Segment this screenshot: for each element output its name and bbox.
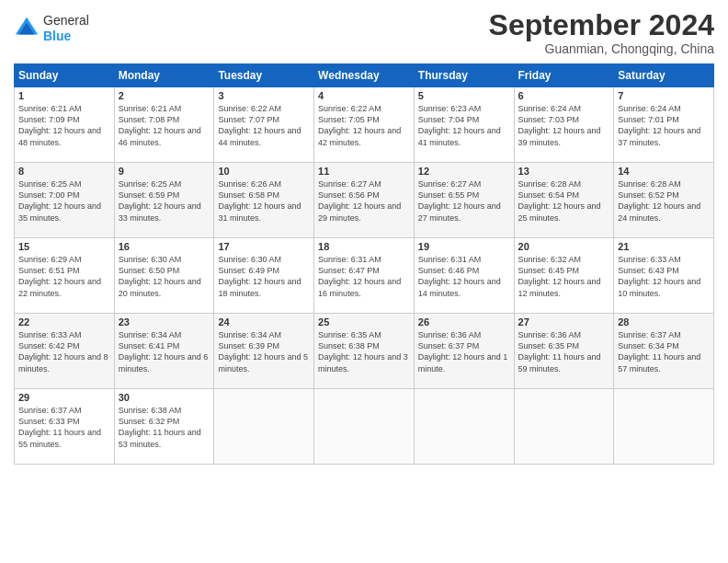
col-thursday: Thursday: [414, 64, 514, 87]
table-cell: 23Sunrise: 6:34 AMSunset: 6:41 PMDayligh…: [114, 314, 214, 389]
logo-general: General: [43, 13, 89, 29]
table-cell: 17Sunrise: 6:30 AMSunset: 6:49 PMDayligh…: [214, 238, 314, 314]
day-detail: Sunrise: 6:30 AMSunset: 6:49 PMDaylight:…: [218, 254, 310, 299]
day-number: 10: [218, 166, 310, 177]
table-cell: 6Sunrise: 6:24 AMSunset: 7:03 PMDaylight…: [514, 87, 614, 163]
day-number: 30: [119, 392, 210, 403]
day-number: 9: [119, 166, 210, 177]
table-cell: 19Sunrise: 6:31 AMSunset: 6:46 PMDayligh…: [414, 238, 514, 314]
day-detail: Sunrise: 6:21 AMSunset: 7:09 PMDaylight:…: [18, 103, 110, 148]
table-cell: 3Sunrise: 6:22 AMSunset: 7:07 PMDaylight…: [214, 87, 314, 163]
day-number: 8: [18, 166, 110, 177]
col-monday: Monday: [114, 64, 214, 87]
day-number: 5: [418, 90, 510, 101]
col-saturday: Saturday: [614, 64, 714, 87]
table-cell: [414, 389, 514, 465]
table-cell: 16Sunrise: 6:30 AMSunset: 6:50 PMDayligh…: [114, 238, 214, 314]
day-detail: Sunrise: 6:24 AMSunset: 7:03 PMDaylight:…: [518, 103, 610, 148]
day-number: 1: [18, 90, 110, 101]
day-detail: Sunrise: 6:25 AMSunset: 7:00 PMDaylight:…: [18, 178, 110, 224]
day-detail: Sunrise: 6:36 AMSunset: 6:37 PMDaylight:…: [418, 329, 510, 374]
day-number: 25: [318, 316, 410, 327]
table-cell: 7Sunrise: 6:24 AMSunset: 7:01 PMDaylight…: [614, 87, 714, 163]
day-number: 23: [119, 316, 210, 327]
calendar-week-5: 29Sunrise: 6:37 AMSunset: 6:33 PMDayligh…: [15, 389, 714, 465]
table-cell: 9Sunrise: 6:25 AMSunset: 6:59 PMDaylight…: [114, 163, 214, 238]
day-detail: Sunrise: 6:34 AMSunset: 6:39 PMDaylight:…: [218, 329, 310, 374]
month-title: September 2024: [489, 9, 714, 41]
day-number: 18: [318, 241, 410, 252]
logo: General Blue: [14, 9, 89, 44]
logo-text: General Blue: [43, 13, 89, 44]
table-cell: 27Sunrise: 6:36 AMSunset: 6:35 PMDayligh…: [514, 314, 614, 389]
day-detail: Sunrise: 6:29 AMSunset: 6:51 PMDaylight:…: [18, 254, 110, 299]
logo-icon: [14, 16, 40, 41]
table-cell: 13Sunrise: 6:28 AMSunset: 6:54 PMDayligh…: [514, 163, 614, 238]
day-number: 6: [518, 90, 610, 101]
col-sunday: Sunday: [15, 64, 115, 87]
day-number: 28: [618, 316, 710, 327]
day-number: 3: [218, 90, 310, 101]
day-number: 17: [218, 241, 310, 252]
table-cell: 28Sunrise: 6:37 AMSunset: 6:34 PMDayligh…: [614, 314, 714, 389]
table-cell: 21Sunrise: 6:33 AMSunset: 6:43 PMDayligh…: [614, 238, 714, 314]
day-detail: Sunrise: 6:33 AMSunset: 6:43 PMDaylight:…: [618, 254, 710, 299]
calendar-week-2: 8Sunrise: 6:25 AMSunset: 7:00 PMDaylight…: [15, 163, 714, 238]
day-number: 22: [18, 316, 110, 327]
day-number: 15: [18, 241, 110, 252]
calendar-week-3: 15Sunrise: 6:29 AMSunset: 6:51 PMDayligh…: [15, 238, 714, 314]
table-cell: 18Sunrise: 6:31 AMSunset: 6:47 PMDayligh…: [314, 238, 415, 314]
day-number: 24: [218, 316, 310, 327]
day-number: 16: [119, 241, 210, 252]
table-cell: 24Sunrise: 6:34 AMSunset: 6:39 PMDayligh…: [214, 314, 314, 389]
day-detail: Sunrise: 6:37 AMSunset: 6:33 PMDaylight:…: [18, 405, 110, 450]
table-cell: 26Sunrise: 6:36 AMSunset: 6:37 PMDayligh…: [414, 314, 514, 389]
day-number: 13: [518, 166, 610, 177]
day-number: 4: [318, 90, 410, 101]
day-detail: Sunrise: 6:32 AMSunset: 6:45 PMDaylight:…: [518, 254, 610, 299]
table-cell: 29Sunrise: 6:37 AMSunset: 6:33 PMDayligh…: [15, 389, 115, 465]
day-number: 27: [518, 316, 610, 327]
table-cell: 20Sunrise: 6:32 AMSunset: 6:45 PMDayligh…: [514, 238, 614, 314]
day-number: 2: [119, 90, 210, 101]
table-cell: 8Sunrise: 6:25 AMSunset: 7:00 PMDaylight…: [15, 163, 115, 238]
day-number: 7: [618, 90, 710, 101]
location: Guanmian, Chongqing, China: [489, 41, 714, 56]
col-tuesday: Tuesday: [214, 64, 314, 87]
day-number: 19: [418, 241, 510, 252]
table-cell: 1Sunrise: 6:21 AMSunset: 7:09 PMDaylight…: [15, 87, 115, 163]
day-detail: Sunrise: 6:36 AMSunset: 6:35 PMDaylight:…: [518, 329, 610, 374]
day-detail: Sunrise: 6:30 AMSunset: 6:50 PMDaylight:…: [119, 254, 210, 299]
day-detail: Sunrise: 6:27 AMSunset: 6:56 PMDaylight:…: [318, 178, 410, 224]
table-cell: 4Sunrise: 6:22 AMSunset: 7:05 PMDaylight…: [314, 87, 415, 163]
day-number: 26: [418, 316, 510, 327]
day-number: 21: [618, 241, 710, 252]
table-cell: [514, 389, 614, 465]
day-detail: Sunrise: 6:25 AMSunset: 6:59 PMDaylight:…: [119, 178, 210, 224]
table-cell: 15Sunrise: 6:29 AMSunset: 6:51 PMDayligh…: [15, 238, 115, 314]
calendar-week-4: 22Sunrise: 6:33 AMSunset: 6:42 PMDayligh…: [15, 314, 714, 389]
day-number: 20: [518, 241, 610, 252]
day-detail: Sunrise: 6:35 AMSunset: 6:38 PMDaylight:…: [318, 329, 410, 374]
day-detail: Sunrise: 6:21 AMSunset: 7:08 PMDaylight:…: [119, 103, 210, 148]
table-cell: 30Sunrise: 6:38 AMSunset: 6:32 PMDayligh…: [114, 389, 214, 465]
day-detail: Sunrise: 6:23 AMSunset: 7:04 PMDaylight:…: [418, 103, 510, 148]
page: General Blue September 2024 Guanmian, Ch…: [0, 0, 728, 563]
header: General Blue September 2024 Guanmian, Ch…: [14, 9, 714, 56]
day-detail: Sunrise: 6:27 AMSunset: 6:55 PMDaylight:…: [418, 178, 510, 224]
day-detail: Sunrise: 6:28 AMSunset: 6:54 PMDaylight:…: [518, 178, 610, 224]
day-number: 12: [418, 166, 510, 177]
table-cell: 22Sunrise: 6:33 AMSunset: 6:42 PMDayligh…: [15, 314, 115, 389]
table-cell: 11Sunrise: 6:27 AMSunset: 6:56 PMDayligh…: [314, 163, 415, 238]
day-detail: Sunrise: 6:28 AMSunset: 6:52 PMDaylight:…: [618, 178, 710, 224]
table-cell: 14Sunrise: 6:28 AMSunset: 6:52 PMDayligh…: [614, 163, 714, 238]
table-cell: 5Sunrise: 6:23 AMSunset: 7:04 PMDaylight…: [414, 87, 514, 163]
table-cell: [614, 389, 714, 465]
day-detail: Sunrise: 6:37 AMSunset: 6:34 PMDaylight:…: [618, 329, 710, 374]
calendar-header-row: Sunday Monday Tuesday Wednesday Thursday…: [15, 64, 714, 87]
day-detail: Sunrise: 6:22 AMSunset: 7:07 PMDaylight:…: [218, 103, 310, 148]
table-cell: [214, 389, 314, 465]
table-cell: 2Sunrise: 6:21 AMSunset: 7:08 PMDaylight…: [114, 87, 214, 163]
calendar-week-1: 1Sunrise: 6:21 AMSunset: 7:09 PMDaylight…: [15, 87, 714, 163]
day-detail: Sunrise: 6:22 AMSunset: 7:05 PMDaylight:…: [318, 103, 410, 148]
